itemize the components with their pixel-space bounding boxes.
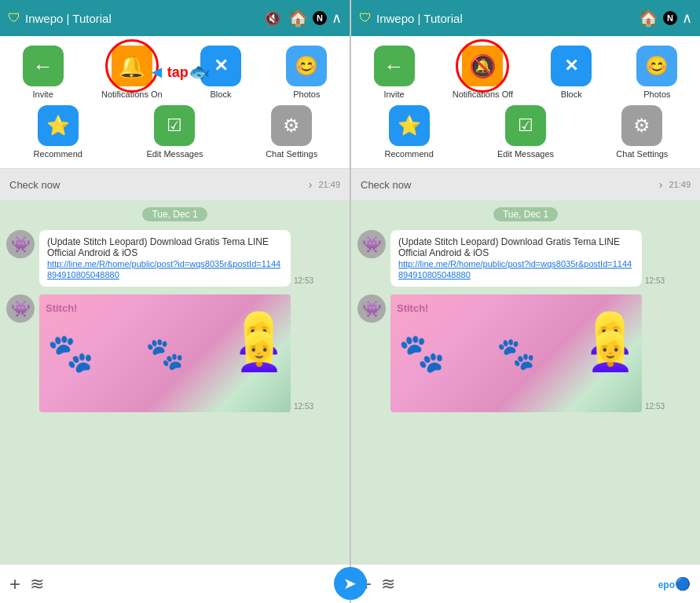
right-chat-bubble: (Update Stitch Leopard) Download Gratis … [390,230,642,287]
panel-divider: ➤ [350,0,350,603]
left-notifications-icon: 🔔 [112,46,152,86]
left-date-badge: Tue, Dec 1 [0,206,350,221]
left-chevron-icon[interactable]: ∧ [332,9,342,27]
left-home-icon[interactable]: 🏠 [288,9,308,27]
right-chat-content: Tue, Dec 1 👾 (Update Stitch Leopard) Dow… [351,200,700,564]
left-chat-bar-time: 21:49 [318,180,340,189]
left-invite-label: Invite [33,90,53,99]
left-avatar-2: 👾 [6,294,35,323]
right-block-icon: ✕ [551,46,592,86]
right-edit-messages-button[interactable]: ☑ Edit Messages [497,105,554,159]
right-sticker-button[interactable]: ≋ [381,574,395,594]
left-chat-bar[interactable]: Check now › 21:49 [0,169,350,200]
tap-arrow-icon: ◄ [148,62,166,82]
right-action-row-1: ← Invite 🔕 Notifications Off ✕ [351,42,700,102]
left-edit-label: Edit Messages [146,149,203,159]
left-settings-label: Chat Settings [266,149,317,159]
right-recommend-icon: ⭐ [389,105,430,146]
left-settings-icon: ⚙ [271,105,312,146]
right-shield-icon: 🛡 [359,11,372,25]
right-recommend-button[interactable]: ⭐ Recommend [382,105,437,159]
left-photos-label: Photos [293,90,320,99]
right-chat-bar-arrow: › [659,178,663,191]
right-header: 🛡 Inwepo | Tutorial 🏠 N ∧ [351,0,700,36]
right-recommend-label: Recommend [384,149,433,159]
left-avatar: 👾 [6,230,35,258]
right-avatar-2: 👾 [357,294,386,323]
right-message-text: (Update Stitch Leopard) Download Gratis … [398,236,620,258]
right-edit-icon: ☑ [505,105,546,146]
right-chat-settings-button[interactable]: ⚙ Chat Settings [614,105,669,159]
right-block-button[interactable]: ✕ Block [544,46,599,99]
send-button[interactable]: ➤ [334,567,367,600]
left-chat-bubble: (Update Stitch Leopard) Download Gratis … [39,230,291,287]
right-notifications-label: Notifications Off [453,90,513,99]
left-panel: 🛡 Inwepo | Tutorial 🔇 🏠 N ∧ ← Invite [0,0,350,603]
left-sticker-button[interactable]: ≋ [30,574,44,594]
left-recommend-label: Recommend [34,149,82,159]
left-message-text: (Update Stitch Leopard) Download Gratis … [47,236,269,258]
left-chat-bar-text: Check now [9,179,309,191]
right-settings-label: Chat Settings [616,149,668,159]
right-image-time: 12:53 [645,402,665,411]
left-chat-settings-button[interactable]: ⚙ Chat Settings [264,105,319,159]
left-chat-content: Tue, Dec 1 👾 (Update Stitch Leopard) Dow… [0,200,350,564]
right-block-label: Block [561,90,582,99]
left-chat-image-message: 👾 Stitch! 🐾 👱‍♀️ 12:53 [0,291,350,415]
right-chat-message: 👾 (Update Stitch Leopard) Download Grati… [351,227,700,290]
right-edit-label: Edit Messages [497,149,554,159]
left-header-title: Inwepo | Tutorial [25,12,265,25]
left-notifications-label: Notifications On [101,90,163,99]
left-photos-button[interactable]: 😊 Photos [279,46,334,99]
tap-emoji: 🐟 [189,62,210,82]
left-image-time: 12:53 [294,402,313,411]
left-action-bar: ← Invite 🔔 Notifications On ◄ tap 🐟 [0,36,350,169]
right-action-bar: ← Invite 🔕 Notifications Off ✕ [351,36,700,169]
right-invite-button[interactable]: ← Invite [367,46,422,99]
left-message-link[interactable]: http://line.me/R/home/public/post?id=wqs… [47,259,280,280]
right-n-badge: N [663,11,677,25]
left-edit-icon: ☑ [154,105,195,146]
app-container: 🛡 Inwepo | Tutorial 🔇 🏠 N ∧ ← Invite [0,0,700,603]
right-chat-bar[interactable]: Check now › 21:49 [351,169,700,200]
right-chat-bar-time: 21:49 [669,180,691,189]
left-header: 🛡 Inwepo | Tutorial 🔇 🏠 N ∧ [0,0,350,36]
left-shield-icon: 🛡 [8,11,20,25]
right-invite-label: Invite [383,90,404,99]
tap-label: tap [167,64,189,81]
right-message-link[interactable]: http://line.me/R/home/public/post?id=wqs… [398,259,632,280]
left-n-badge: N [313,11,327,25]
left-recommend-icon: ⭐ [38,105,79,146]
right-logo: epo🔵 [658,576,691,591]
left-recommend-button[interactable]: ⭐ Recommend [31,105,86,159]
right-chevron-icon[interactable]: ∧ [682,9,692,27]
left-edit-messages-button[interactable]: ☑ Edit Messages [146,105,203,159]
right-chat-bar-text: Check now [361,179,659,191]
left-notifications-button[interactable]: 🔔 Notifications On ◄ tap 🐟 [101,46,163,99]
left-action-row-2: ⭐ Recommend ☑ Edit Messages ⚙ Chat Se [0,102,350,162]
right-bottom-bar: + ≋ epo🔵 [351,564,700,603]
left-mute-icon: 🔇 [265,11,280,26]
left-plus-button[interactable]: + [9,573,20,595]
right-invite-icon: ← [374,46,415,86]
right-date-badge: Tue, Dec 1 [351,206,700,221]
left-invite-button[interactable]: ← Invite [16,46,71,99]
right-notifications-button[interactable]: 🔕 Notifications Off [453,46,513,99]
right-home-icon[interactable]: 🏠 [639,9,658,27]
right-photos-icon: 😊 [636,46,677,86]
left-chat-bar-arrow: › [309,178,313,191]
right-notifications-icon: 🔕 [462,46,503,86]
right-panel: 🛡 Inwepo | Tutorial 🏠 N ∧ ← Invite 🔕 [350,0,700,603]
right-message-time: 12:53 [645,276,665,285]
left-action-row-1: ← Invite 🔔 Notifications On ◄ tap 🐟 [0,42,350,102]
right-avatar: 👾 [357,230,386,258]
left-bottom-bar: + ≋ [0,564,350,603]
left-chat-message: 👾 (Update Stitch Leopard) Download Grati… [0,227,350,290]
right-header-title: Inwepo | Tutorial [376,12,639,25]
right-photos-button[interactable]: 😊 Photos [629,46,684,99]
tap-indicator: ◄ tap 🐟 [148,62,210,82]
right-stitch-image: Stitch! 🐾 👱‍♀️ [390,294,642,412]
right-photos-label: Photos [643,90,670,99]
left-block-label: Block [211,90,232,99]
left-message-time: 12:53 [294,276,313,285]
